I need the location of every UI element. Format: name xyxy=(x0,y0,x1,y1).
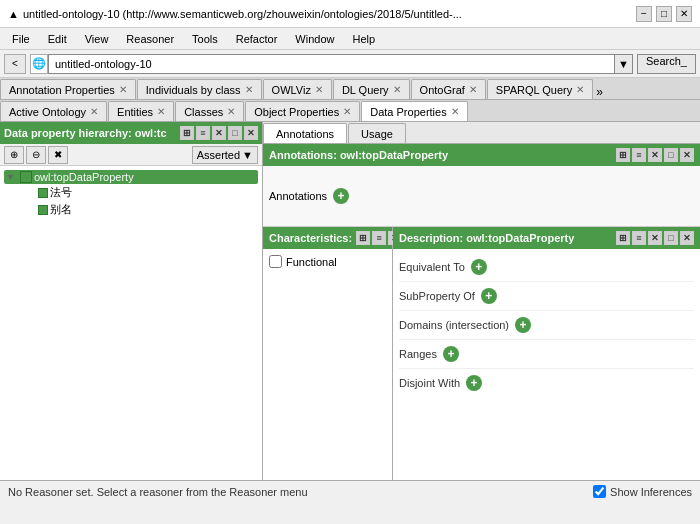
tab-data-properties[interactable]: Data Properties ✕ xyxy=(361,101,467,121)
menu-reasoner[interactable]: Reasoner xyxy=(118,31,182,47)
maximize-button[interactable]: □ xyxy=(656,6,672,22)
inner-tabs: Annotations Usage xyxy=(263,122,700,144)
panel-icon-4[interactable]: □ xyxy=(228,126,242,140)
tab-individuals-by-class[interactable]: Individuals by class ✕ xyxy=(137,79,262,99)
annot-icon-4[interactable]: □ xyxy=(664,148,678,162)
annotations-section: Annotations: owl:topDataProperty ⊞ ≡ ✕ □… xyxy=(263,144,700,227)
asserted-dropdown[interactable]: Asserted ▼ xyxy=(192,146,258,164)
tab-entities[interactable]: Entities ✕ xyxy=(108,101,174,121)
tree-expand-icon: ▼ xyxy=(6,172,18,182)
desc-row-disjoint: Disjoint With + xyxy=(399,369,694,397)
tab-ontograf[interactable]: OntoGraf ✕ xyxy=(411,79,486,99)
title-bar-icon: ▲ xyxy=(8,8,19,20)
panel-icon-2[interactable]: ≡ xyxy=(196,126,210,140)
annot-icon-2[interactable]: ≡ xyxy=(632,148,646,162)
tab-dl-query[interactable]: DL Query ✕ xyxy=(333,79,410,99)
subproperty-add-button[interactable]: + xyxy=(481,288,497,304)
toolbar-btn-3[interactable]: ✖ xyxy=(48,146,68,164)
desc-icon-2[interactable]: ≡ xyxy=(632,231,646,245)
tab-classes[interactable]: Classes ✕ xyxy=(175,101,244,121)
description-body: Equivalent To + SubProperty Of + Domains… xyxy=(393,249,700,480)
tabs-row-1: Annotation Properties ✕ Individuals by c… xyxy=(0,78,700,100)
inner-tab-annotations[interactable]: Annotations xyxy=(263,123,347,143)
tab-close-ontograf[interactable]: ✕ xyxy=(469,84,477,95)
search-button[interactable]: Search_ xyxy=(637,54,696,74)
left-panel: Data property hierarchy: owl:tc ⊞ ≡ ✕ □ … xyxy=(0,122,263,480)
tab-close-dlquery[interactable]: ✕ xyxy=(393,84,401,95)
tab-close-classes[interactable]: ✕ xyxy=(227,106,235,117)
inner-tab-usage[interactable]: Usage xyxy=(348,123,406,143)
desc-row-subproperty: SubProperty Of + xyxy=(399,282,694,311)
characteristics-body: Functional xyxy=(263,249,392,480)
address-icon: 🌐 xyxy=(30,54,48,74)
desc-icon-4[interactable]: □ xyxy=(664,231,678,245)
equivalent-add-button[interactable]: + xyxy=(471,259,487,275)
minimize-button[interactable]: − xyxy=(636,6,652,22)
menu-refactor[interactable]: Refactor xyxy=(228,31,286,47)
tree-child-1[interactable]: 法号 xyxy=(24,184,258,201)
toolbar-btn-1[interactable]: ⊕ xyxy=(4,146,24,164)
desc-icon-1[interactable]: ⊞ xyxy=(616,231,630,245)
tree-item-icon xyxy=(20,171,32,183)
show-inferences-checkbox[interactable] xyxy=(593,485,606,498)
tab-object-properties[interactable]: Object Properties ✕ xyxy=(245,101,360,121)
bottom-panels: Characteristics: ⊞ ≡ ✕ □ ✕ Functional xyxy=(263,227,700,480)
tab-close-individuals[interactable]: ✕ xyxy=(245,84,253,95)
close-button[interactable]: ✕ xyxy=(676,6,692,22)
menu-help[interactable]: Help xyxy=(344,31,383,47)
annot-icon-3[interactable]: ✕ xyxy=(648,148,662,162)
desc-icon-3[interactable]: ✕ xyxy=(648,231,662,245)
left-panel-header: Data property hierarchy: owl:tc ⊞ ≡ ✕ □ … xyxy=(0,122,262,144)
tab-active-ontology[interactable]: Active Ontology ✕ xyxy=(0,101,107,121)
annotations-header: Annotations: owl:topDataProperty ⊞ ≡ ✕ □… xyxy=(263,144,700,166)
tab-close-entities[interactable]: ✕ xyxy=(157,106,165,117)
status-text: No Reasoner set. Select a reasoner from … xyxy=(8,486,585,498)
address-input[interactable]: untitled-ontology-10 xyxy=(48,54,615,74)
menu-edit[interactable]: Edit xyxy=(40,31,75,47)
tree-child-icon-2 xyxy=(38,205,48,215)
annot-icon-1[interactable]: ⊞ xyxy=(616,148,630,162)
menu-bar: File Edit View Reasoner Tools Refactor W… xyxy=(0,28,700,50)
description-panel: Description: owl:topDataProperty ⊞ ≡ ✕ □… xyxy=(393,227,700,480)
domains-add-button[interactable]: + xyxy=(515,317,531,333)
annot-icon-5[interactable]: ✕ xyxy=(680,148,694,162)
tab-owlviz[interactable]: OWLViz ✕ xyxy=(263,79,332,99)
annotations-add-button[interactable]: + xyxy=(333,188,349,204)
toolbar-btn-2[interactable]: ⊖ xyxy=(26,146,46,164)
tab-close-owlviz[interactable]: ✕ xyxy=(315,84,323,95)
title-bar-text: untitled-ontology-10 (http://www.semanti… xyxy=(23,8,636,20)
address-dropdown[interactable]: ▼ xyxy=(615,54,633,74)
characteristics-panel: Characteristics: ⊞ ≡ ✕ □ ✕ Functional xyxy=(263,227,393,480)
tab-sparql-query[interactable]: SPARQL Query ✕ xyxy=(487,79,593,99)
menu-file[interactable]: File xyxy=(4,31,38,47)
disjoint-add-button[interactable]: + xyxy=(466,375,482,391)
address-bar: < 🌐 untitled-ontology-10 ▼ Search_ xyxy=(0,50,700,78)
tab-close-active-ontology[interactable]: ✕ xyxy=(90,106,98,117)
back-button[interactable]: < xyxy=(4,54,26,74)
title-bar: ▲ untitled-ontology-10 (http://www.seman… xyxy=(0,0,700,28)
tree-child-icon-1 xyxy=(38,188,48,198)
tab-close-object-properties[interactable]: ✕ xyxy=(343,106,351,117)
desc-icon-5[interactable]: ✕ xyxy=(680,231,694,245)
panel-icon-1[interactable]: ⊞ xyxy=(180,126,194,140)
menu-view[interactable]: View xyxy=(77,31,117,47)
tab-annotation-properties[interactable]: Annotation Properties ✕ xyxy=(0,79,136,99)
description-header: Description: owl:topDataProperty ⊞ ≡ ✕ □… xyxy=(393,227,700,249)
panel-icon-3[interactable]: ✕ xyxy=(212,126,226,140)
char-icon-1[interactable]: ⊞ xyxy=(356,231,370,245)
tab-close-annotation[interactable]: ✕ xyxy=(119,84,127,95)
tree-child-2[interactable]: 别名 xyxy=(24,201,258,218)
functional-checkbox[interactable] xyxy=(269,255,282,268)
right-panel: Annotations Usage Annotations: owl:topDa… xyxy=(263,122,700,480)
menu-tools[interactable]: Tools xyxy=(184,31,226,47)
tab-close-data-properties[interactable]: ✕ xyxy=(451,106,459,117)
desc-row-domains: Domains (intersection) + xyxy=(399,311,694,340)
tree-root-item[interactable]: ▼ owl:topDataProperty xyxy=(4,170,258,184)
tab-close-sparql[interactable]: ✕ xyxy=(576,84,584,95)
menu-window[interactable]: Window xyxy=(287,31,342,47)
tabs-overflow[interactable]: » xyxy=(596,85,603,99)
panel-icon-5[interactable]: ✕ xyxy=(244,126,258,140)
char-icon-2[interactable]: ≡ xyxy=(372,231,386,245)
desc-row-equivalent: Equivalent To + xyxy=(399,253,694,282)
ranges-add-button[interactable]: + xyxy=(443,346,459,362)
